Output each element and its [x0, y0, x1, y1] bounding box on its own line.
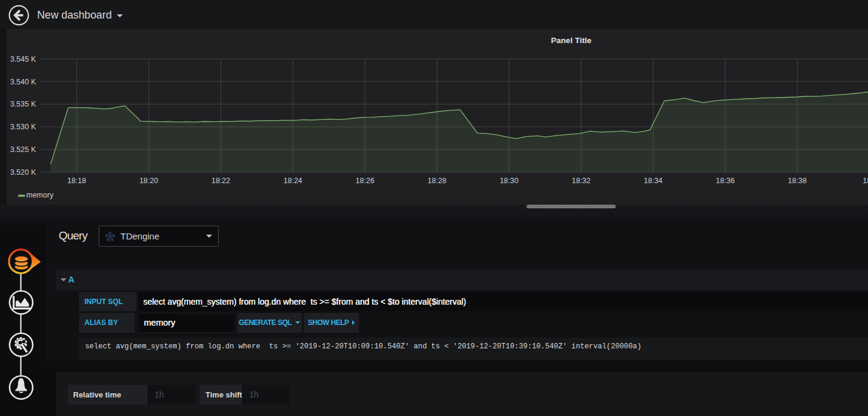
svg-text:3.530 K: 3.530 K	[10, 123, 37, 131]
svg-text:18:30: 18:30	[500, 177, 518, 185]
svg-text:18:18: 18:18	[67, 177, 86, 185]
svg-text:3.545 K: 3.545 K	[10, 55, 37, 63]
svg-text:3.525 K: 3.525 K	[10, 145, 37, 154]
svg-text:3.535 K: 3.535 K	[10, 100, 37, 108]
svg-text:18:24: 18:24	[283, 177, 302, 185]
svg-text:18:36: 18:36	[716, 177, 734, 185]
svg-text:18:28: 18:28	[428, 177, 446, 185]
svg-text:18:34: 18:34	[644, 177, 663, 185]
svg-text:18:32: 18:32	[571, 177, 590, 185]
svg-text:3.520 K: 3.520 K	[10, 168, 37, 177]
svg-text:18:4: 18:4	[863, 177, 868, 185]
svg-text:18:20: 18:20	[140, 177, 158, 185]
svg-text:18:38: 18:38	[788, 177, 806, 185]
svg-text:18:26: 18:26	[356, 177, 374, 185]
svg-text:memory: memory	[26, 191, 54, 199]
svg-text:18:22: 18:22	[211, 177, 230, 185]
svg-text:Panel Title: Panel Title	[551, 36, 592, 45]
svg-text:3.540 K: 3.540 K	[10, 78, 37, 86]
